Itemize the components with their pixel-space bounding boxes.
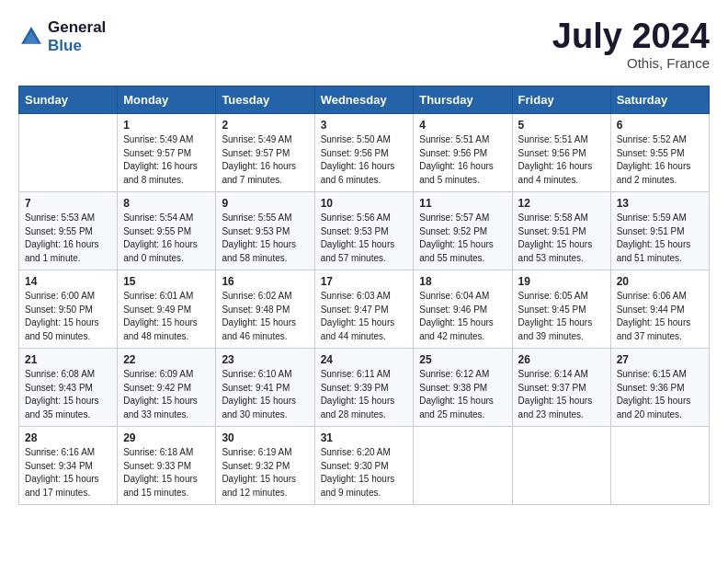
day-info: Sunrise: 6:06 AMSunset: 9:44 PMDaylight:… (617, 290, 703, 343)
day-info: Sunrise: 6:19 AMSunset: 9:32 PMDaylight:… (222, 446, 308, 500)
day-number: 28 (25, 431, 111, 444)
calendar-day-cell: 8Sunrise: 5:54 AMSunset: 9:55 PMDaylight… (118, 192, 216, 270)
day-number: 4 (419, 119, 506, 132)
day-info: Sunrise: 5:57 AMSunset: 9:52 PMDaylight:… (419, 212, 506, 265)
calendar-day-cell: 28Sunrise: 6:16 AMSunset: 9:34 PMDayligh… (19, 427, 118, 505)
day-info: Sunrise: 6:09 AMSunset: 9:42 PMDaylight:… (123, 368, 210, 421)
day-number: 22 (123, 353, 210, 366)
day-info: Sunrise: 5:49 AMSunset: 9:57 PMDaylight:… (123, 133, 210, 187)
day-info: Sunrise: 6:14 AMSunset: 9:37 PMDaylight:… (518, 368, 605, 421)
calendar-day-cell: 10Sunrise: 5:56 AMSunset: 9:53 PMDayligh… (314, 192, 414, 270)
weekday-header: Monday (118, 86, 216, 114)
calendar-day-cell: 18Sunrise: 6:04 AMSunset: 9:46 PMDayligh… (414, 270, 512, 349)
day-info: Sunrise: 6:03 AMSunset: 9:47 PMDaylight:… (321, 290, 408, 343)
calendar-day-cell: 5Sunrise: 5:51 AMSunset: 9:56 PMDaylight… (512, 114, 610, 192)
day-number: 29 (123, 431, 210, 444)
day-number: 6 (617, 119, 703, 132)
calendar-day-cell: 2Sunrise: 5:49 AMSunset: 9:57 PMDaylight… (216, 114, 314, 192)
calendar-day-cell: 25Sunrise: 6:12 AMSunset: 9:38 PMDayligh… (414, 349, 512, 427)
title-block: July 2024 Othis, France (552, 18, 710, 71)
day-number: 8 (123, 197, 210, 210)
weekday-header: Saturday (610, 86, 709, 114)
day-number: 27 (617, 353, 703, 366)
calendar-day-cell: 11Sunrise: 5:57 AMSunset: 9:52 PMDayligh… (414, 192, 512, 270)
day-number: 3 (321, 119, 408, 132)
weekday-header: Sunday (19, 86, 118, 114)
day-info: Sunrise: 5:59 AMSunset: 9:51 PMDaylight:… (617, 212, 703, 265)
day-info: Sunrise: 6:12 AMSunset: 9:38 PMDaylight:… (419, 368, 506, 421)
day-info: Sunrise: 5:51 AMSunset: 9:56 PMDaylight:… (518, 133, 605, 187)
calendar-day-cell: 26Sunrise: 6:14 AMSunset: 9:37 PMDayligh… (512, 349, 610, 427)
calendar-day-cell: 3Sunrise: 5:50 AMSunset: 9:56 PMDaylight… (314, 114, 414, 192)
calendar-week-row: 7Sunrise: 5:53 AMSunset: 9:55 PMDaylight… (19, 192, 710, 270)
calendar-day-cell: 6Sunrise: 5:52 AMSunset: 9:55 PMDaylight… (610, 114, 709, 192)
calendar-week-row: 1Sunrise: 5:49 AMSunset: 9:57 PMDaylight… (19, 114, 710, 192)
calendar-day-cell: 7Sunrise: 5:53 AMSunset: 9:55 PMDaylight… (19, 192, 118, 270)
calendar-day-cell: 1Sunrise: 5:49 AMSunset: 9:57 PMDaylight… (118, 114, 216, 192)
calendar-day-cell: 27Sunrise: 6:15 AMSunset: 9:36 PMDayligh… (610, 349, 709, 427)
calendar-day-cell: 16Sunrise: 6:02 AMSunset: 9:48 PMDayligh… (216, 270, 314, 349)
day-number: 18 (419, 275, 506, 288)
calendar-day-cell: 17Sunrise: 6:03 AMSunset: 9:47 PMDayligh… (314, 270, 414, 349)
day-number: 30 (222, 431, 308, 444)
weekday-header-row: SundayMondayTuesdayWednesdayThursdayFrid… (19, 86, 710, 114)
day-info: Sunrise: 6:10 AMSunset: 9:41 PMDaylight:… (222, 368, 308, 421)
weekday-header: Friday (512, 86, 610, 114)
calendar-day-cell: 9Sunrise: 5:55 AMSunset: 9:53 PMDaylight… (216, 192, 314, 270)
calendar-day-cell: 19Sunrise: 6:05 AMSunset: 9:45 PMDayligh… (512, 270, 610, 349)
calendar-day-cell: 15Sunrise: 6:01 AMSunset: 9:49 PMDayligh… (118, 270, 216, 349)
day-info: Sunrise: 5:51 AMSunset: 9:56 PMDaylight:… (419, 133, 506, 187)
day-number: 23 (222, 353, 308, 366)
day-number: 25 (419, 353, 506, 366)
day-number: 9 (222, 197, 308, 210)
calendar-day-cell: 4Sunrise: 5:51 AMSunset: 9:56 PMDaylight… (414, 114, 512, 192)
day-number: 11 (419, 197, 506, 210)
day-number: 14 (25, 275, 111, 288)
calendar-day-cell: 31Sunrise: 6:20 AMSunset: 9:30 PMDayligh… (314, 427, 414, 505)
day-number: 20 (617, 275, 703, 288)
day-info: Sunrise: 5:55 AMSunset: 9:53 PMDaylight:… (222, 212, 308, 265)
day-number: 15 (123, 275, 210, 288)
day-info: Sunrise: 6:11 AMSunset: 9:39 PMDaylight:… (321, 368, 408, 421)
day-number: 7 (25, 197, 111, 210)
calendar-day-cell (19, 114, 118, 192)
day-info: Sunrise: 6:18 AMSunset: 9:33 PMDaylight:… (123, 446, 210, 500)
day-number: 21 (25, 353, 111, 366)
calendar-day-cell (610, 427, 709, 505)
logo: General Blue (18, 18, 106, 54)
day-info: Sunrise: 6:05 AMSunset: 9:45 PMDaylight:… (518, 290, 605, 343)
day-number: 5 (518, 119, 605, 132)
day-info: Sunrise: 5:53 AMSunset: 9:55 PMDaylight:… (25, 212, 111, 265)
page-header: General Blue July 2024 Othis, France (18, 18, 710, 71)
calendar-day-cell (414, 427, 512, 505)
day-number: 10 (321, 197, 408, 210)
weekday-header: Thursday (414, 86, 512, 114)
logo-text-blue: Blue (48, 37, 106, 55)
day-info: Sunrise: 6:20 AMSunset: 9:30 PMDaylight:… (321, 446, 408, 500)
calendar-day-cell: 20Sunrise: 6:06 AMSunset: 9:44 PMDayligh… (610, 270, 709, 349)
day-info: Sunrise: 5:50 AMSunset: 9:56 PMDaylight:… (321, 133, 408, 187)
day-info: Sunrise: 6:08 AMSunset: 9:43 PMDaylight:… (25, 368, 111, 421)
day-number: 31 (321, 431, 408, 444)
calendar-day-cell: 23Sunrise: 6:10 AMSunset: 9:41 PMDayligh… (216, 349, 314, 427)
day-info: Sunrise: 5:49 AMSunset: 9:57 PMDaylight:… (222, 133, 308, 187)
day-number: 24 (321, 353, 408, 366)
logo-icon (18, 24, 44, 50)
calendar-week-row: 14Sunrise: 6:00 AMSunset: 9:50 PMDayligh… (19, 270, 710, 349)
calendar-day-cell: 21Sunrise: 6:08 AMSunset: 9:43 PMDayligh… (19, 349, 118, 427)
day-info: Sunrise: 5:52 AMSunset: 9:55 PMDaylight:… (617, 133, 703, 187)
day-number: 1 (123, 119, 210, 132)
day-number: 17 (321, 275, 408, 288)
location: Othis, France (552, 55, 710, 71)
weekday-header: Tuesday (216, 86, 314, 114)
day-info: Sunrise: 6:04 AMSunset: 9:46 PMDaylight:… (419, 290, 506, 343)
day-info: Sunrise: 6:15 AMSunset: 9:36 PMDaylight:… (617, 368, 703, 421)
calendar-week-row: 28Sunrise: 6:16 AMSunset: 9:34 PMDayligh… (19, 427, 710, 505)
day-info: Sunrise: 5:58 AMSunset: 9:51 PMDaylight:… (518, 212, 605, 265)
month-title: July 2024 (552, 18, 710, 53)
day-info: Sunrise: 6:02 AMSunset: 9:48 PMDaylight:… (222, 290, 308, 343)
logo-text-general: General (48, 18, 106, 37)
day-number: 13 (617, 197, 703, 210)
day-number: 19 (518, 275, 605, 288)
day-number: 16 (222, 275, 308, 288)
